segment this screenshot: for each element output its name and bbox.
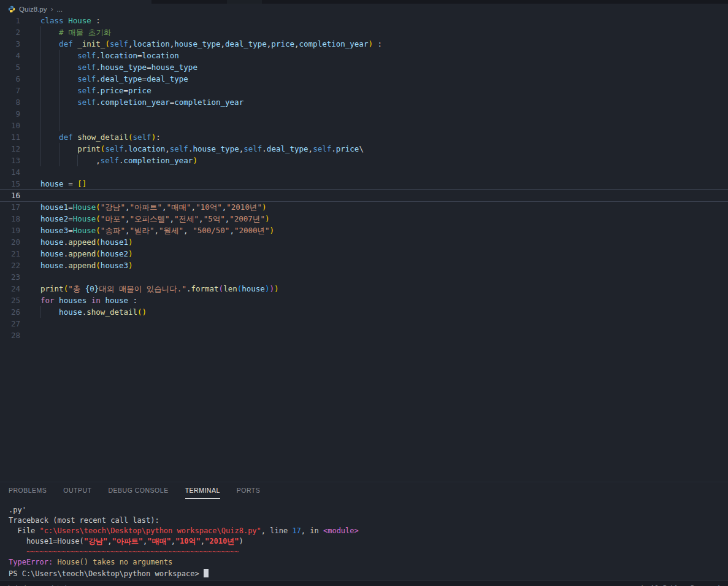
code-line[interactable]: print(self.location,self.house_type,self… — [29, 143, 728, 155]
code-line[interactable]: house.append(house3) — [29, 260, 728, 271]
indent-guide — [40, 73, 41, 85]
line-number: 19 — [0, 225, 29, 236]
panel-tab-terminal[interactable]: TERMINAL — [185, 482, 220, 499]
terminal-line: ~~~~~~~~~~~~~~~~~~~~~~~~~~~~~~~~~~~~~~~~… — [9, 547, 728, 557]
indent-guide — [40, 50, 41, 61]
code-editor[interactable]: 1234567891011121314151617181920212223242… — [0, 15, 728, 482]
line-number: 26 — [0, 306, 29, 318]
indent-guide — [40, 131, 41, 143]
panel-tab-output[interactable]: OUTPUT — [63, 482, 91, 499]
line-number: 12 — [0, 143, 29, 155]
breadcrumb[interactable]: Quiz8.py › ... — [0, 4, 728, 15]
line-number: 13 — [0, 155, 29, 166]
code-line[interactable]: self.completion_year=completion_year — [29, 96, 728, 108]
code-line[interactable]: house.append(house2) — [29, 248, 728, 260]
breadcrumb-file-name[interactable]: Quiz8.py — [19, 6, 47, 13]
indent-guide — [40, 155, 41, 166]
indent-guide — [59, 96, 59, 108]
indent-guide — [40, 61, 41, 73]
cursor-position-indicator[interactable]: Ln 16, Col 1 — [642, 584, 678, 586]
indent-guide — [40, 143, 41, 155]
indentation-indicator[interactable]: Spaces: 4 — [690, 584, 720, 586]
indent-guide — [40, 38, 41, 50]
status-bar-right: Ln 16, Col 1 Spaces: 4 — [642, 584, 720, 586]
terminal-line: PS C:\Users\teoch\Desktop\python workspa… — [9, 568, 728, 578]
code-line[interactable]: house.appeed(house1) — [29, 236, 728, 248]
panel-tab-ports[interactable]: PORTS — [237, 482, 260, 499]
code-line[interactable] — [29, 108, 728, 120]
terminal-line: File "c:\Users\teoch\Desktop\python work… — [9, 526, 728, 536]
indent-guide — [40, 306, 41, 318]
bottom-panel: PROBLEMSOUTPUTDEBUG CONSOLETERMINALPORTS… — [0, 482, 728, 580]
line-number: 4 — [0, 50, 29, 61]
indent-guide — [59, 61, 59, 73]
line-number: 22 — [0, 260, 29, 271]
code-line[interactable]: self.price=price — [29, 85, 728, 96]
indent-guide — [40, 85, 41, 96]
status-message: Indexing completed — [8, 584, 66, 586]
code-line[interactable]: print("총 {0}대의 매물이 있습니다.".format(len(hou… — [29, 283, 728, 295]
code-line[interactable]: house3=House("송파","빌라","월세", "500/50","2… — [29, 225, 728, 236]
code-line[interactable]: def show_detail(self): — [29, 131, 728, 143]
line-number: 15 — [0, 178, 29, 190]
code-line[interactable] — [29, 190, 728, 201]
code-line[interactable]: def _init_(self,location,house_type,deal… — [29, 38, 728, 50]
status-bar: Indexing completed Ln 16, Col 1 Spaces: … — [0, 580, 728, 586]
line-number: 6 — [0, 73, 29, 85]
line-number: 2 — [0, 26, 29, 38]
indent-guide — [59, 143, 59, 155]
panel-tab-problems[interactable]: PROBLEMS — [9, 482, 47, 499]
code-line[interactable]: class House : — [29, 15, 728, 26]
terminal-line: house1=House("강남","아파트","매매","10억","2010… — [9, 536, 728, 547]
terminal-line: TypeError: House() takes no arguments — [9, 557, 728, 568]
line-number: 10 — [0, 120, 29, 131]
terminal-output[interactable]: .py'Traceback (most recent call last): F… — [0, 499, 728, 578]
code-line[interactable]: ,self.completion_year) — [29, 155, 728, 166]
line-number: 24 — [0, 283, 29, 295]
code-line[interactable]: self.location=location — [29, 50, 728, 61]
chevron-right-icon: › — [50, 5, 53, 13]
line-number: 25 — [0, 295, 29, 306]
breadcrumb-symbol-ellipsis[interactable]: ... — [56, 6, 63, 13]
line-number: 23 — [0, 271, 29, 283]
code-line[interactable]: house1=House("강남","아파트","매매","10억","2010… — [29, 201, 728, 213]
line-number: 7 — [0, 85, 29, 96]
indent-guide — [40, 26, 41, 38]
code-line[interactable]: house.show_detail() — [29, 306, 728, 318]
line-number: 27 — [0, 318, 29, 330]
code-line[interactable] — [29, 330, 728, 341]
line-number: 3 — [0, 38, 29, 50]
code-line[interactable]: house2=House("마포","오피스텔","전세","5억","2007… — [29, 213, 728, 225]
indent-guide — [40, 120, 41, 131]
terminal-cursor — [204, 569, 209, 577]
code-line[interactable] — [29, 166, 728, 178]
line-number: 1 — [0, 15, 29, 26]
line-number: 5 — [0, 61, 29, 73]
panel-tab-debug-console[interactable]: DEBUG CONSOLE — [109, 482, 169, 499]
code-line[interactable]: self.deal_type=deal_type — [29, 73, 728, 85]
indent-guide — [59, 155, 59, 166]
line-number: 28 — [0, 330, 29, 341]
indent-guide — [40, 96, 41, 108]
code-line[interactable]: for houses in house : — [29, 295, 728, 306]
line-number: 9 — [0, 108, 29, 120]
code-line[interactable] — [29, 120, 728, 131]
terminal-line: Traceback (most recent call last): — [9, 515, 728, 526]
terminal-line: .py' — [9, 505, 728, 515]
indent-guide — [59, 50, 59, 61]
indent-guide — [59, 73, 59, 85]
panel-tab-bar[interactable]: PROBLEMSOUTPUTDEBUG CONSOLETERMINALPORTS — [0, 482, 728, 499]
line-number: 21 — [0, 248, 29, 260]
code-line[interactable] — [29, 271, 728, 283]
code-line[interactable]: house = [] — [29, 178, 728, 190]
indent-guide — [59, 85, 59, 96]
line-number: 8 — [0, 96, 29, 108]
line-number: 14 — [0, 166, 29, 178]
code-line[interactable]: # 매물 초기화 — [29, 26, 728, 38]
code-line[interactable] — [29, 318, 728, 330]
code-lines[interactable]: class House : # 매물 초기화 def _init_(self,l… — [29, 15, 728, 341]
indent-guide — [77, 155, 78, 166]
line-number-gutter: 1234567891011121314151617181920212223242… — [0, 15, 29, 341]
code-line[interactable]: self.house_type=house_type — [29, 61, 728, 73]
line-number: 11 — [0, 131, 29, 143]
